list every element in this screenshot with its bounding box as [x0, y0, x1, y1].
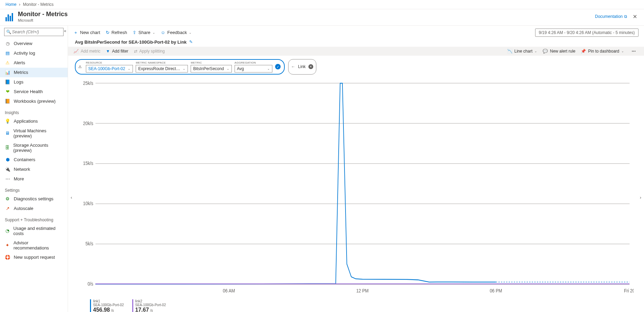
chart-legend: link1 SEA-100Gb-Port-02 456.98 /s link2 …: [78, 297, 634, 312]
sidebar-item-more[interactable]: ⋯More: [0, 174, 68, 184]
metric-query-pill: ⚠ RESOURCESEA-100Gb-Port-02⌄ METRIC NAME…: [75, 59, 285, 75]
filter-icon: ▼: [106, 49, 110, 54]
support-icon: ✦: [5, 243, 10, 248]
split-by-pill[interactable]: ← Link ✕: [288, 59, 316, 75]
sidebar-item-label: Applications: [14, 119, 38, 124]
sidebar-item-metrics[interactable]: 📊Metrics: [0, 68, 68, 77]
resource-label: RESOURCE: [86, 61, 133, 64]
sidebar-item-workbooks-preview-[interactable]: 📙Workbooks (preview): [0, 97, 68, 106]
sidebar-item-diagnostics-settings[interactable]: ⚙Diagnostics settings: [0, 194, 68, 204]
setting-icon: ⚙: [5, 196, 10, 202]
sidebar-item-new-support-request[interactable]: 🛟New support request: [0, 253, 68, 262]
close-icon[interactable]: ✕: [631, 12, 639, 21]
sidebar-item-applications[interactable]: 💡Applications: [0, 116, 68, 126]
namespace-selector[interactable]: ExpressRoute Direct…⌄: [136, 65, 188, 73]
pin-to-dashboard-button[interactable]: 📌Pin to dashboard⌄: [581, 49, 624, 54]
new-chart-button[interactable]: ＋New chart: [74, 30, 100, 36]
smiley-icon: ☺: [161, 30, 165, 35]
external-link-icon: ⧉: [624, 14, 627, 19]
sidebar-item-label: Overview: [14, 41, 32, 46]
warning-icon: ⚠: [77, 64, 83, 70]
remove-split-icon[interactable]: ✕: [308, 64, 313, 69]
chevron-down-icon: ⌄: [621, 49, 624, 53]
add-metric-button[interactable]: 📈Add metric: [74, 49, 100, 54]
sidebar-item-usage-and-estimated-costs[interactable]: ◔Usage and estimated costs: [0, 224, 68, 238]
sidebar-item-autoscale[interactable]: ↗Autoscale: [0, 204, 68, 213]
svg-text:06 PM: 06 PM: [490, 287, 502, 293]
nav-icon: ⚠: [5, 60, 10, 66]
svg-text:Fri 20: Fri 20: [624, 287, 634, 293]
chevron-down-icon: ⌄: [152, 31, 155, 34]
breadcrumb: Home › Monitor - Metrics: [0, 0, 644, 9]
sidebar-section-insights: Insights: [0, 106, 68, 116]
sidebar-item-label: Workbooks (preview): [14, 99, 56, 104]
search-icon: 🔍: [6, 30, 11, 34]
svg-text:5k/s: 5k/s: [86, 241, 93, 246]
svg-text:0/s: 0/s: [88, 281, 93, 287]
chevron-down-icon: ⌄: [128, 67, 131, 70]
breadcrumb-current: Monitor - Metrics: [23, 2, 54, 7]
plus-icon: ＋: [74, 30, 78, 36]
sidebar-item-label: Advisor recommendations: [13, 240, 63, 250]
resource-selector[interactable]: SEA-100Gb-Port-02⌄: [86, 65, 133, 73]
refresh-button[interactable]: ↻Refresh: [106, 30, 127, 35]
sidebar-item-label: Storage Accounts (preview): [13, 143, 63, 153]
svg-text:20k/s: 20k/s: [83, 120, 93, 126]
chart-scroll-left[interactable]: ‹: [68, 78, 75, 312]
sidebar-item-label: Virtual Machines (preview): [13, 128, 63, 138]
nav-icon: 📊: [5, 70, 10, 75]
sidebar-item-label: New support request: [14, 255, 55, 260]
sidebar-item-label: Network: [14, 167, 30, 172]
time-range-selector[interactable]: 9/19 4:26 AM - 9/20 4:26 AM (Automatic -…: [535, 29, 639, 37]
aggregation-selector[interactable]: Avg⌄: [235, 65, 272, 73]
sidebar-item-label: Service Health: [14, 89, 43, 94]
add-metric-icon: 📈: [74, 49, 79, 54]
sidebar-item-label: Alerts: [14, 60, 25, 65]
page-header: Monitor - Metrics Microsoft Documentatio…: [0, 9, 644, 26]
sidebar-item-alerts[interactable]: ⚠Alerts: [0, 58, 68, 68]
sidebar-search-input[interactable]: [4, 28, 64, 36]
sidebar-item-label: More: [14, 176, 24, 181]
sidebar-item-containers[interactable]: ⬢Containers: [0, 155, 68, 165]
sidebar-item-overview[interactable]: ◷Overview: [0, 39, 68, 48]
chevron-down-icon: ⌄: [183, 67, 185, 70]
sidebar-item-advisor-recommendations[interactable]: ✦Advisor recommendations: [0, 238, 68, 253]
sidebar-item-logs[interactable]: 📘Logs: [0, 77, 68, 87]
sidebar-item-label: Diagnostics settings: [14, 196, 54, 201]
chart-scroll-right[interactable]: ›: [637, 78, 644, 312]
share-button[interactable]: ⇧Share⌄: [133, 30, 155, 35]
apply-splitting-button[interactable]: ⇄Apply splitting: [134, 49, 165, 54]
sidebar-item-label: Usage and estimated costs: [13, 226, 63, 236]
chevron-down-icon: ⌄: [227, 67, 229, 70]
sidebar-item-virtual-machines-preview-[interactable]: 🖥Virtual Machines (preview): [0, 126, 68, 141]
breadcrumb-home[interactable]: Home: [5, 2, 16, 7]
sidebar-item-network[interactable]: 🔌Network: [0, 165, 68, 174]
legend-item-link2[interactable]: link2 SEA-100Gb-Port-02 17.67 /s: [132, 299, 166, 312]
metrics-logo-icon: [5, 12, 15, 21]
nav-icon: 📘: [5, 79, 10, 85]
more-actions-button[interactable]: ⋯: [630, 49, 639, 54]
sidebar-item-storage-accounts-preview-[interactable]: 🗄Storage Accounts (preview): [0, 141, 68, 155]
nav-icon: ▤: [5, 51, 10, 56]
legend-item-link1[interactable]: link1 SEA-100Gb-Port-02 456.98 /s: [90, 299, 124, 312]
svg-text:06 AM: 06 AM: [223, 287, 235, 293]
feedback-button[interactable]: ☺Feedback⌄: [161, 30, 192, 35]
svg-text:15k/s: 15k/s: [83, 160, 93, 166]
edit-title-icon[interactable]: ✎: [189, 40, 193, 44]
metric-selector[interactable]: BitsInPerSecond⌄: [191, 65, 231, 73]
insight-icon: 🔌: [5, 167, 10, 172]
line-chart-icon: 📉: [507, 49, 512, 54]
chevron-down-icon: ⌄: [534, 49, 537, 53]
svg-text:10k/s: 10k/s: [83, 200, 93, 206]
sidebar-item-service-health[interactable]: ❤Service Health: [0, 87, 68, 97]
line-chart-plot[interactable]: 0/s5k/s10k/s15k/s20k/s25k/s06 AM12 PM06 …: [78, 78, 634, 297]
documentation-link[interactable]: Documentation ⧉: [595, 14, 627, 19]
setting-icon: ↗: [5, 206, 10, 211]
add-filter-button[interactable]: ▼Add filter: [106, 49, 128, 54]
svg-text:25k/s: 25k/s: [83, 80, 93, 86]
confirm-icon[interactable]: ✓: [275, 64, 281, 69]
sidebar-section-support: Support + Troubleshooting: [0, 213, 68, 224]
chart-type-selector[interactable]: 📉Line chart⌄: [507, 49, 538, 54]
sidebar-item-activity-log[interactable]: ▤Activity log: [0, 48, 68, 58]
new-alert-rule-button[interactable]: 💬New alert rule: [543, 49, 575, 54]
